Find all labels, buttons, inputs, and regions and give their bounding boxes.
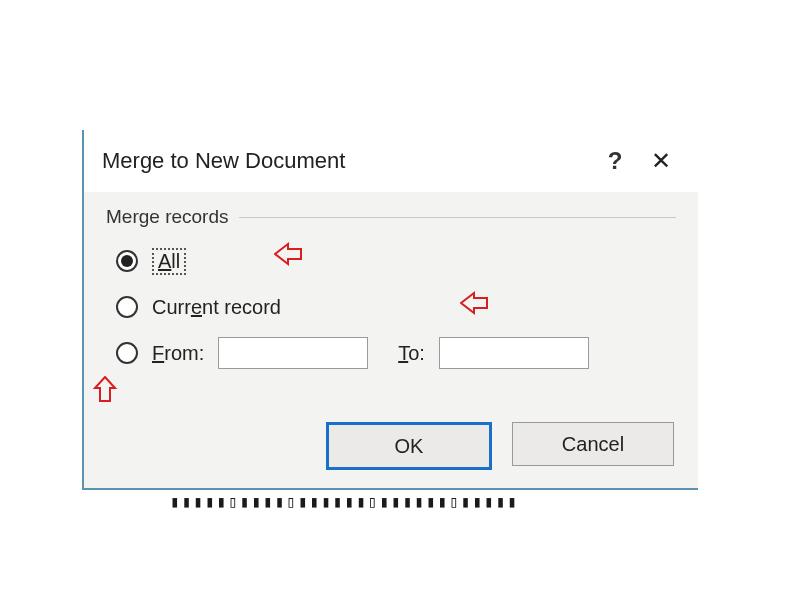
ok-button[interactable]: OK — [326, 422, 492, 470]
radio-current-label: Current record — [152, 296, 281, 319]
divider — [239, 217, 677, 218]
titlebar: Merge to New Document ? ✕ — [84, 130, 698, 192]
radio-from[interactable] — [116, 342, 138, 364]
dialog-title: Merge to New Document — [102, 148, 592, 174]
radio-all-label: All — [152, 248, 186, 275]
from-input[interactable] — [218, 337, 368, 369]
to-input[interactable] — [439, 337, 589, 369]
dialog-body: Merge records All Current record From: T… — [84, 192, 698, 388]
to-label: To: — [398, 342, 425, 365]
merge-dialog: Merge to New Document ? ✕ Merge records … — [82, 130, 698, 490]
radio-from-label: From: — [152, 342, 204, 365]
cancel-button[interactable]: Cancel — [512, 422, 674, 466]
radio-row-from[interactable]: From: To: — [106, 330, 676, 376]
radio-row-current[interactable]: Current record — [106, 284, 676, 330]
decorative-ticks: ▮▮▮▮▮▯▮▮▮▮▯▮▮▮▮▮▮▯▮▮▮▮▮▮▯▮▮▮▮▮ — [170, 492, 570, 510]
radio-current[interactable] — [116, 296, 138, 318]
focus-rect: All — [152, 248, 186, 275]
radio-row-all[interactable]: All — [106, 238, 676, 284]
help-button[interactable]: ? — [592, 147, 638, 175]
radio-all[interactable] — [116, 250, 138, 272]
group-header: Merge records — [106, 206, 676, 228]
button-row: OK Cancel — [326, 422, 674, 470]
group-label: Merge records — [106, 206, 229, 228]
close-button[interactable]: ✕ — [638, 147, 684, 175]
